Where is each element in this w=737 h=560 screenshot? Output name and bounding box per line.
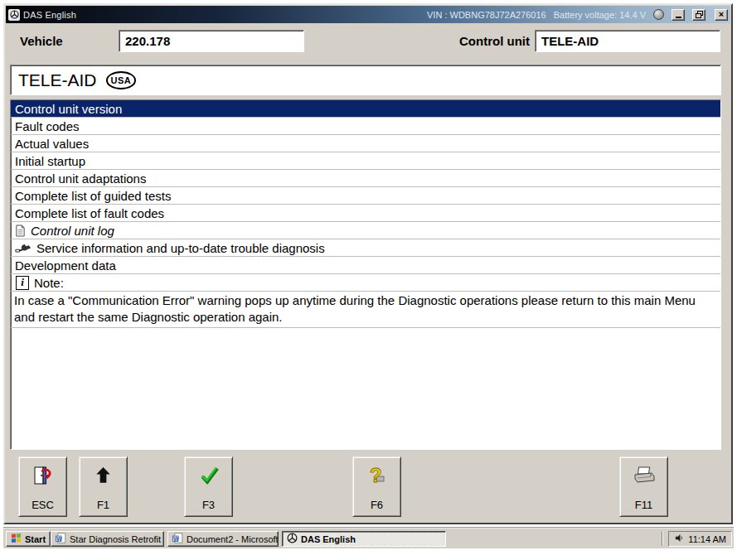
menu-item-label: Complete list of guided tests — [15, 189, 171, 203]
menu-item-label: Service information and up-to-date troub… — [36, 241, 325, 255]
restore-button[interactable] — [692, 9, 705, 21]
function-key-label: F1 — [97, 499, 109, 511]
document-icon — [15, 224, 26, 237]
menu-item-label: Actual values — [15, 137, 89, 151]
mercedes-star-icon — [8, 9, 20, 21]
menu-item[interactable]: Complete list of guided tests — [11, 187, 720, 205]
menu-item-label: Control unit log — [31, 224, 114, 238]
svg-text:W: W — [56, 536, 62, 542]
das-window: DAS English VIN : WDBNG78J72A276016 Batt… — [3, 3, 733, 524]
exit-door-icon — [32, 465, 54, 490]
menu-item-label: Control unit adaptations — [15, 171, 146, 186]
menu-item-label: Complete list of fault codes — [15, 206, 164, 220]
system-tray: 11:14 AM — [668, 531, 732, 547]
menu-item-label: Fault codes — [15, 119, 80, 133]
globe-icon — [653, 9, 664, 20]
vehicle-field[interactable]: 220.178 — [119, 30, 304, 52]
green-check-icon — [198, 465, 220, 489]
function-key-label: ESC — [32, 499, 54, 511]
task-label: Document2 - Microsoft ... — [187, 534, 279, 544]
task-label: DAS English — [301, 534, 356, 544]
menu-item-label: Control unit version — [15, 102, 122, 116]
close-button[interactable]: × — [715, 9, 728, 21]
up-arrow-icon — [93, 465, 114, 489]
function-key-label: F3 — [202, 499, 215, 511]
menu-item[interactable]: Fault codes — [11, 118, 720, 135]
taskbar-task-3[interactable]: DAS English — [282, 531, 446, 547]
function-key-label: F11 — [635, 499, 652, 511]
menu-item-label: Initial startup — [15, 154, 85, 168]
word-doc-icon: W — [172, 533, 183, 545]
function-key-label: F6 — [371, 499, 383, 511]
help-question-icon: ? — [366, 465, 387, 490]
info-icon: i — [15, 276, 29, 290]
service-tool-icon — [15, 243, 32, 253]
f6-button[interactable]: ?F6 — [352, 456, 401, 517]
task-label: Star Diagnosis Retrofit P... — [70, 534, 164, 544]
control-unit-header: TELE-AID USA — [10, 65, 721, 95]
windows-flag-icon — [11, 533, 22, 545]
volume-icon[interactable] — [675, 533, 684, 544]
battery-voltage-readout: Battery voltage: 14.4 V — [554, 10, 646, 20]
vehicle-label: Vehicle — [20, 34, 63, 48]
menu-item[interactable]: Control unit adaptations — [11, 170, 720, 187]
header-title: TELE-AID — [18, 70, 97, 90]
minimize-button[interactable] — [672, 9, 685, 21]
menu-item[interactable]: Development data — [11, 257, 720, 274]
taskbar: Start WStar Diagnosis Retrofit P...WDocu… — [3, 528, 734, 548]
menu-item-label: Note: — [34, 276, 64, 290]
menu-item[interactable]: Control unit version — [11, 100, 720, 118]
menu-item[interactable]: Complete list of fault codes — [11, 205, 720, 222]
menu-list: Control unit versionFault codesActual va… — [11, 100, 720, 292]
svg-text:?: ? — [370, 465, 382, 486]
svg-text:W: W — [173, 536, 179, 542]
control-unit-label: Control unit — [424, 34, 530, 48]
menu-item[interactable]: Initial startup — [11, 152, 720, 170]
tray-divider — [662, 532, 663, 546]
mercedes-star-icon — [287, 533, 298, 545]
menu-item[interactable]: Service information and up-to-date troub… — [11, 239, 720, 257]
menu-item[interactable]: Actual values — [11, 135, 720, 152]
usa-oval-badge: USA — [106, 71, 137, 89]
esc-button[interactable]: ESC — [18, 456, 67, 517]
f1-button[interactable]: F1 — [79, 456, 128, 517]
menu-panel: Control unit versionFault codesActual va… — [10, 99, 721, 450]
f3-button[interactable]: F3 — [184, 456, 233, 517]
clock: 11:14 AM — [688, 534, 726, 544]
printer-icon — [633, 465, 656, 489]
f11-button[interactable]: F11 — [619, 456, 668, 517]
control-unit-field[interactable]: TELE-AID — [535, 30, 720, 52]
taskbar-task-1[interactable]: WStar Diagnosis Retrofit P... — [51, 531, 164, 547]
menu-item[interactable]: Control unit log — [11, 222, 720, 239]
window-title: DAS English — [23, 10, 76, 20]
start-button[interactable]: Start — [6, 531, 51, 547]
start-label: Start — [25, 534, 46, 544]
note-text: In case a "Communication Error" warning … — [11, 292, 720, 328]
word-doc-icon: W — [56, 533, 66, 545]
menu-item[interactable]: iNote: — [11, 274, 720, 292]
vin-readout: VIN : WDBNG78J72A276016 — [427, 10, 546, 20]
menu-item-label: Development data — [15, 258, 116, 273]
taskbar-task-2[interactable]: WDocument2 - Microsoft ... — [167, 531, 279, 547]
titlebar: DAS English VIN : WDBNG78J72A276016 Batt… — [6, 6, 730, 23]
